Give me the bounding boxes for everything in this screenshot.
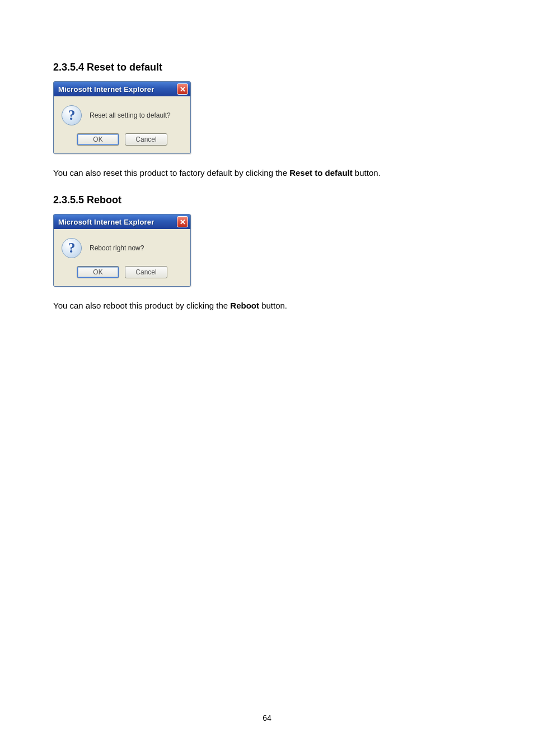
dialog-message: Reset all setting to default? bbox=[90, 111, 171, 119]
close-button[interactable]: ✕ bbox=[177, 83, 188, 95]
heading-reset-to-default: 2.3.5.4 Reset to default bbox=[53, 62, 481, 73]
dialog-title: Microsoft Internet Explorer bbox=[58, 218, 177, 226]
dialog-button-row: OK Cancel bbox=[54, 131, 190, 153]
document-page: 2.3.5.4 Reset to default Microsoft Inter… bbox=[0, 0, 534, 756]
page-number: 64 bbox=[0, 713, 534, 722]
text-bold: Reboot bbox=[230, 301, 259, 310]
text-bold: Reset to default bbox=[289, 168, 353, 178]
paragraph-reset: You can also reset this product to facto… bbox=[53, 167, 481, 179]
dialog-reset: Microsoft Internet Explorer ✕ ? Reset al… bbox=[53, 81, 191, 154]
dialog-titlebar: Microsoft Internet Explorer ✕ bbox=[54, 82, 190, 96]
text-run: button. bbox=[259, 301, 287, 310]
dialog-message: Reboot right now? bbox=[90, 244, 144, 252]
question-glyph: ? bbox=[68, 108, 76, 123]
paragraph-reboot: You can also reboot this product by clic… bbox=[53, 300, 481, 311]
ok-button[interactable]: OK bbox=[77, 133, 119, 146]
dialog-title: Microsoft Internet Explorer bbox=[58, 85, 177, 94]
dialog-titlebar: Microsoft Internet Explorer ✕ bbox=[54, 214, 190, 229]
dialog-body: ? Reboot right now? bbox=[54, 229, 190, 264]
dialog-reboot: Microsoft Internet Explorer ✕ ? Reboot r… bbox=[53, 214, 191, 287]
text-run: You can also reset this product to facto… bbox=[53, 168, 289, 178]
close-button[interactable]: ✕ bbox=[177, 216, 188, 227]
question-glyph: ? bbox=[68, 241, 76, 255]
dialog-button-row: OK Cancel bbox=[54, 264, 190, 286]
text-run: button. bbox=[353, 168, 381, 178]
close-icon: ✕ bbox=[180, 218, 186, 226]
cancel-button[interactable]: Cancel bbox=[125, 266, 167, 278]
text-run: You can also reboot this product by clic… bbox=[53, 301, 230, 310]
question-icon: ? bbox=[62, 238, 82, 258]
close-icon: ✕ bbox=[180, 86, 186, 93]
question-icon: ? bbox=[62, 105, 82, 125]
heading-reboot: 2.3.5.5 Reboot bbox=[53, 194, 481, 206]
ok-button[interactable]: OK bbox=[77, 266, 119, 278]
cancel-button[interactable]: Cancel bbox=[125, 133, 167, 146]
dialog-body: ? Reset all setting to default? bbox=[54, 96, 190, 131]
